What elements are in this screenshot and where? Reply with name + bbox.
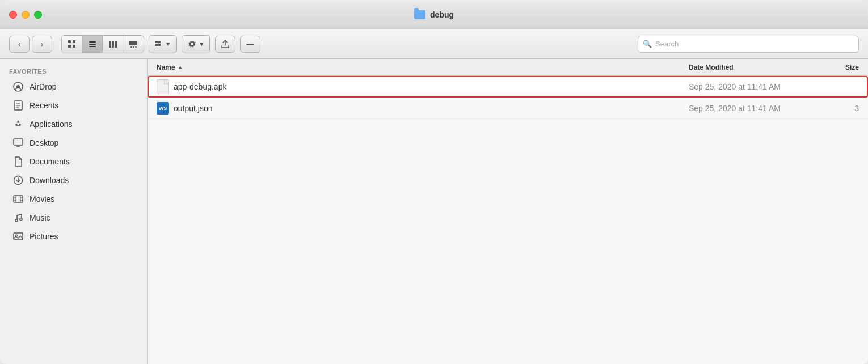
file-name-apk: app-debug.apk	[157, 79, 689, 94]
file-row-apk[interactable]: app-debug.apk Sep 25, 2020 at 11:41 AM	[148, 76, 868, 98]
maximize-button[interactable]	[34, 11, 42, 19]
pictures-icon	[12, 231, 24, 242]
json-file-name: output.json	[174, 104, 213, 113]
svg-rect-39	[14, 233, 23, 240]
window-title: debug	[414, 10, 454, 19]
apk-file-date: Sep 25, 2020 at 11:41 AM	[689, 82, 825, 91]
downloads-icon	[12, 175, 24, 186]
favorites-section-title: Favorites	[0, 64, 147, 77]
columns-icon	[108, 40, 117, 49]
main-area: Favorites AirDrop Recents	[0, 59, 868, 364]
svg-rect-14	[155, 41, 158, 43]
apk-file-icon	[157, 79, 169, 94]
sidebar-item-downloads-label: Downloads	[30, 176, 69, 185]
search-box[interactable]: 🔍	[638, 36, 859, 53]
sidebar-item-recents-label: Recents	[30, 101, 58, 110]
grid-icon	[68, 40, 77, 49]
search-input[interactable]	[655, 40, 854, 48]
gallery-icon	[129, 40, 138, 49]
svg-rect-10	[129, 41, 137, 45]
back-button[interactable]: ‹	[9, 36, 30, 53]
col-date-header[interactable]: Date Modified	[689, 64, 825, 71]
sidebar-item-pictures[interactable]: Pictures	[3, 227, 144, 246]
group-by-main[interactable]: ▾	[149, 36, 176, 53]
svg-rect-4	[89, 41, 96, 43]
nav-buttons: ‹ ›	[9, 36, 52, 53]
share-icon	[221, 40, 229, 49]
svg-rect-1	[73, 40, 75, 43]
svg-rect-13	[135, 46, 137, 48]
file-list-area: Name ▲ Date Modified Size app-debug.apk …	[148, 59, 868, 364]
recents-icon	[12, 100, 24, 111]
sort-arrow: ▲	[178, 64, 183, 70]
action-main[interactable]: ▾	[182, 36, 210, 53]
list-icon	[88, 40, 97, 49]
svg-rect-3	[73, 45, 75, 48]
svg-rect-0	[68, 40, 71, 43]
window-title-text: debug	[430, 10, 454, 19]
music-icon	[12, 212, 24, 223]
svg-rect-7	[109, 41, 111, 48]
svg-rect-2	[68, 45, 71, 48]
sidebar: Favorites AirDrop Recents	[0, 59, 148, 364]
group-by-button: ▾	[149, 35, 177, 53]
forward-button[interactable]: ›	[32, 36, 52, 53]
gear-icon	[188, 40, 196, 48]
sidebar-item-documents-label: Documents	[30, 157, 70, 166]
svg-rect-12	[133, 46, 134, 48]
svg-point-38	[20, 218, 22, 221]
svg-rect-16	[155, 44, 158, 46]
group-by-arrow: ▾	[166, 40, 170, 48]
column-headers: Name ▲ Date Modified Size	[148, 59, 868, 76]
share-button[interactable]	[215, 36, 235, 53]
action-button: ▾	[182, 35, 210, 53]
ws-file-icon: WS	[157, 102, 169, 115]
search-icon: 🔍	[643, 40, 652, 48]
sidebar-item-documents[interactable]: Documents	[3, 153, 144, 171]
sidebar-item-airdrop-label: AirDrop	[30, 82, 56, 91]
sidebar-item-movies[interactable]: Movies	[3, 190, 144, 208]
sidebar-item-pictures-label: Pictures	[30, 232, 58, 241]
minimize-button[interactable]	[22, 11, 30, 19]
tag-button[interactable]	[240, 36, 260, 53]
traffic-lights	[9, 11, 42, 19]
svg-rect-8	[112, 41, 114, 48]
grid2-icon	[155, 40, 163, 48]
svg-rect-30	[14, 196, 23, 202]
json-file-size: 3	[825, 104, 859, 113]
sidebar-item-downloads[interactable]: Downloads	[3, 171, 144, 189]
json-file-date: Sep 25, 2020 at 11:41 AM	[689, 104, 825, 113]
close-button[interactable]	[9, 11, 17, 19]
applications-icon	[12, 118, 24, 130]
gallery-view-button[interactable]	[123, 36, 144, 53]
column-view-button[interactable]	[103, 36, 123, 53]
title-bar: debug	[0, 0, 868, 29]
svg-point-37	[15, 219, 18, 222]
file-row-json[interactable]: WS output.json Sep 25, 2020 at 11:41 AM …	[148, 98, 868, 119]
sidebar-item-desktop-label: Desktop	[30, 138, 58, 147]
sidebar-item-music-label: Music	[30, 213, 50, 222]
col-name-header[interactable]: Name ▲	[157, 64, 689, 71]
svg-rect-26	[14, 139, 23, 145]
sidebar-item-recents[interactable]: Recents	[3, 96, 144, 115]
icon-view-button[interactable]	[62, 36, 82, 53]
sidebar-item-airdrop[interactable]: AirDrop	[3, 78, 144, 96]
desktop-icon	[12, 137, 24, 149]
sidebar-item-desktop[interactable]: Desktop	[3, 134, 144, 152]
svg-rect-5	[89, 44, 96, 45]
toolbar: ‹ ›	[0, 29, 868, 59]
sidebar-item-applications-label: Applications	[30, 120, 73, 129]
file-rows: app-debug.apk Sep 25, 2020 at 11:41 AM W…	[148, 76, 868, 364]
sidebar-item-applications[interactable]: Applications	[3, 115, 144, 133]
tag-icon	[246, 41, 255, 47]
movies-icon	[12, 193, 24, 205]
list-view-button[interactable]	[82, 36, 103, 53]
col-size-header[interactable]: Size	[825, 64, 859, 71]
sidebar-item-music[interactable]: Music	[3, 209, 144, 227]
svg-rect-15	[158, 41, 161, 43]
svg-rect-18	[246, 44, 254, 45]
svg-rect-11	[130, 46, 132, 48]
airdrop-icon	[12, 81, 24, 92]
folder-icon	[414, 10, 425, 19]
file-name-json: WS output.json	[157, 102, 689, 115]
